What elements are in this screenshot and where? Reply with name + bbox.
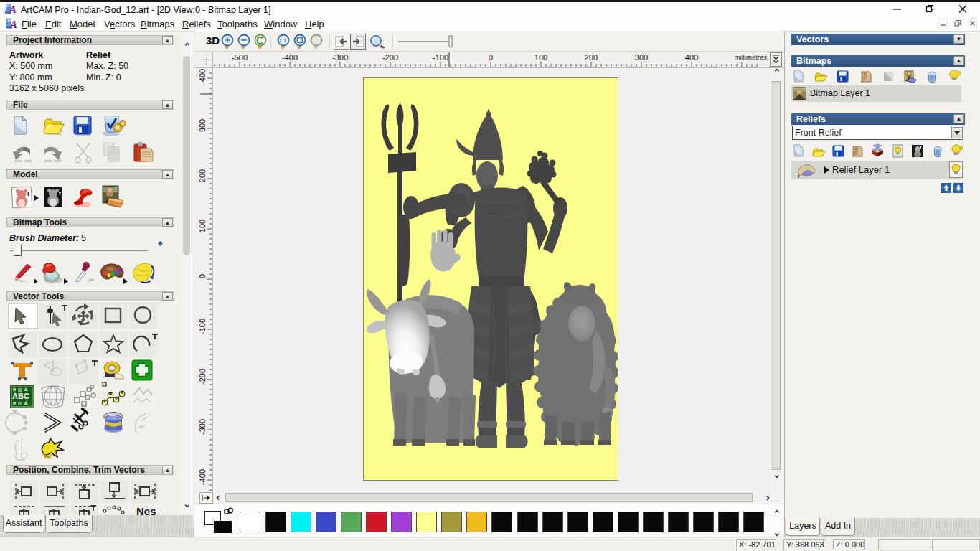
svg-text:200: 200 [199,169,207,182]
svg-text:-400: -400 [282,53,298,62]
svg-text:0: 0 [489,53,493,62]
svg-text:300: 300 [199,119,207,132]
svg-text:-100: -100 [433,53,448,62]
svg-text:-200: -200 [382,53,398,62]
svg-text:-100: -100 [199,319,207,334]
svg-text:-500: -500 [232,53,248,62]
svg-text:300: 300 [635,53,648,62]
svg-text:200: 200 [585,53,598,62]
svg-text:100: 100 [199,220,207,232]
svg-text:400: 400 [199,69,207,82]
svg-text:Nes: Nes [136,505,156,516]
svg-text:400: 400 [685,53,698,62]
svg-text:1:1: 1:1 [279,38,286,43]
svg-text:-200: -200 [199,369,207,385]
svg-text:+: + [796,171,801,179]
svg-text:A: A [9,4,17,15]
svg-text:-300: -300 [199,419,207,435]
svg-text:ABC: ABC [12,392,29,400]
svg-text:100: 100 [534,53,547,62]
svg-text:-300: -300 [332,53,348,62]
svg-text:0: 0 [199,274,207,278]
svg-text:-400: -400 [199,469,207,485]
svg-text:A: A [9,19,17,30]
